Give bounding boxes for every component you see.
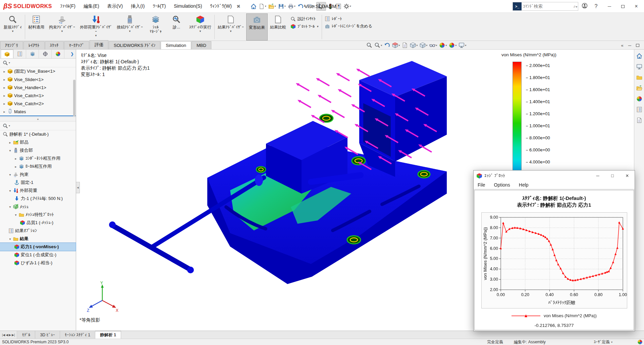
connections-advisor-button[interactable]: 接続ｱﾄﾞﾊﾞｲｻﾞｰ▼	[114, 13, 145, 41]
flyout-expand-arrow[interactable]: ❯	[70, 52, 76, 56]
panel-collapse-handle[interactable]: ◄	[76, 182, 80, 193]
compare-results-button[interactable]: 結果比較	[268, 13, 288, 41]
study-item-external-loads[interactable]: ▾ 外部荷重	[0, 187, 76, 195]
restore-button[interactable]	[618, 4, 628, 9]
tab-sketch[interactable]: ｽｹｯﾁ	[45, 41, 64, 49]
command-search-box[interactable]: >_ ⌕▾	[513, 2, 578, 11]
taskpane-custom-properties-tab[interactable]	[636, 117, 642, 125]
study-item-mesh[interactable]: ▾ ﾒｯｼｭ	[0, 203, 76, 211]
design-insight-button[interactable]: 設計ｲﾝｻｲﾄ	[290, 16, 319, 22]
display-style-button[interactable]: ▾	[420, 42, 427, 48]
zoom-fit-button[interactable]	[366, 42, 372, 48]
study-item-force-1[interactable]: 力-1 (:ｱｲﾃﾑ毎: 500 N:)	[0, 195, 76, 203]
document-minimize-button[interactable]: ─	[628, 43, 631, 48]
save-button[interactable]: ▾	[277, 2, 286, 10]
user-account-button[interactable]	[582, 3, 588, 10]
collapse-arrow-icon[interactable]: ▾	[8, 189, 12, 193]
collapse-arrow-icon[interactable]: ▾	[8, 173, 12, 177]
study-item-fixtures[interactable]: ▾ 拘束	[0, 170, 76, 179]
results-advisor-button[interactable]: 結果ｱﾄﾞﾊﾞｲｻﾞｰ▼	[215, 13, 246, 41]
expand-arrow-icon[interactable]: ▸	[3, 102, 6, 106]
tab-simulation[interactable]: Simulation	[161, 41, 191, 49]
zoom-area-button[interactable]: ▾	[374, 42, 382, 48]
taskpane-file-explorer-tab[interactable]	[636, 85, 642, 92]
expand-arrow-icon[interactable]: ▸	[3, 86, 6, 89]
hide-show-items-button[interactable]: ▾	[429, 42, 437, 48]
study-item-local-interaction[interactable]: ▸ ﾛｰｶﾙ相互作用	[0, 162, 76, 170]
first-tab-button[interactable]: |◀	[2, 333, 5, 337]
minimize-button[interactable]: ─	[604, 4, 614, 9]
document-restore-button[interactable]	[636, 43, 639, 48]
command-search-input[interactable]	[522, 4, 574, 9]
expand-arrow-icon[interactable]: ▸	[3, 70, 6, 73]
taskpane-home-tab[interactable]	[636, 53, 642, 60]
study-tree-filter[interactable]: ▾	[0, 122, 76, 130]
study-item-static-analysis[interactable]: 静解析 1* (-Default-)	[0, 130, 76, 138]
taskpane-appearances-tab[interactable]	[636, 96, 642, 103]
redo-button[interactable]: ▾	[307, 2, 316, 10]
help-button[interactable]: ?	[591, 3, 601, 9]
tree-item-vise-catch-2[interactable]: ▸ Vise_Catch<2>	[0, 99, 76, 108]
study-item-displacement-1[interactable]: 変位1 (-合成変位-)	[0, 251, 76, 259]
section-view-button[interactable]: ▾	[392, 42, 400, 48]
expand-arrow-icon[interactable]: ▸	[8, 141, 12, 144]
tab-assembly[interactable]: ｱｾﾝﾌﾞﾘ	[0, 41, 23, 49]
doc-tab-motion-study-1[interactable]: ﾓｰｼｮﾝ ｽﾀﾃﾞｨ 1	[60, 331, 95, 339]
edge-plot-window[interactable]: ｴｯｼﾞ ﾌﾟﾛｯﾄ ─ □ × File Options Help ｽﾀﾃﾞｨ…	[473, 170, 635, 331]
collapse-arrow-icon[interactable]: ▾	[8, 205, 12, 209]
tree-item-vise-slider[interactable]: ▸ Vise_Slider<1>	[0, 75, 76, 83]
deformed-result-button[interactable]: 変形結果	[246, 13, 268, 41]
taskpane-view-palette-tab[interactable]	[636, 107, 642, 114]
annotation-views-button[interactable]	[402, 42, 408, 48]
study-item-fixed-1[interactable]: 固定-1	[0, 179, 76, 187]
units-selector[interactable]: ﾕｰｻﾞ定義▾	[594, 339, 612, 345]
study-item-stress-1[interactable]: 応力1 (-vonMises-)	[0, 243, 76, 251]
edge-plot-maximize-button[interactable]: □	[605, 170, 620, 181]
study-item-quality-1[interactable]: 品質1 (-ﾒｯｼｭ-)	[0, 219, 76, 227]
study-item-result-options[interactable]: 結果ｵﾌﾟｼｮﾝ	[0, 227, 76, 235]
menu-simulation[interactable]: Simulation(S)	[170, 2, 205, 11]
display-manager-tab[interactable]	[52, 50, 64, 58]
next-tab-button[interactable]: ▶	[9, 333, 11, 337]
featuremanager-tree-tab[interactable]	[1, 50, 13, 58]
doc-tab-3d-views[interactable]: 3D ﾋﾞｭｰ	[35, 331, 60, 339]
tab-mbd[interactable]: MBD	[192, 41, 211, 49]
study-item-connections[interactable]: ▾ 接合部	[0, 146, 76, 154]
include-image-in-report-button[interactable]: ﾚﾎﾟｰﾄにｲﾒｰｼﾞを含める	[325, 23, 372, 29]
dimxpert-manager-tab[interactable]	[39, 50, 52, 58]
edge-plot-close-button[interactable]: ×	[620, 170, 635, 181]
rebuild-button[interactable]	[327, 2, 334, 10]
tab-evaluate[interactable]: 評価	[90, 40, 108, 49]
menu-view[interactable]: 表示(V)	[104, 2, 126, 11]
new-document-button[interactable]: ▾	[258, 2, 267, 10]
configuration-manager-tab[interactable]	[26, 50, 39, 58]
view-orientation-button[interactable]: ▾	[410, 42, 418, 48]
fixtures-advisor-button[interactable]: 拘束ｱﾄﾞﾊﾞｲｻﾞｰ▼	[47, 13, 77, 41]
doc-tab-model[interactable]: ﾓﾃﾞﾙ	[17, 331, 35, 339]
home-button[interactable]	[250, 2, 257, 10]
plot-tools-button[interactable]: ﾌﾟﾛｯﾄ ﾂｰﾙ▼	[290, 24, 319, 29]
close-button[interactable]: ×	[631, 3, 641, 9]
tab-layout[interactable]: ﾚｲｱｳﾄ	[23, 41, 45, 49]
study-item-parts[interactable]: ▸ 部品	[0, 138, 76, 146]
expand-arrow-icon[interactable]: ▸	[3, 78, 6, 81]
undo-button[interactable]: ▾	[297, 2, 306, 10]
doc-tab-static-1[interactable]: 静解析 1	[95, 331, 121, 339]
options-button[interactable]: ▾	[343, 2, 352, 10]
tab-solidworks-addins[interactable]: SOLIDWORKS ｱﾄﾞｲﾝ	[109, 41, 160, 49]
report-button[interactable]: ﾚﾎﾟｰﾄ	[325, 16, 372, 21]
panel-splitter[interactable]: ●	[0, 117, 76, 122]
prev-tab-button[interactable]: ◀	[6, 333, 8, 337]
study-item-component-interaction[interactable]: ▸ ｺﾝﾎﾟｰﾈﾝﾄ相互作用	[0, 154, 76, 162]
study-item-results[interactable]: ▾ 結果	[0, 235, 76, 243]
tree-item-vise-handle[interactable]: ▸ Vise_Handle<1>	[0, 83, 76, 91]
edge-plot-menu-options[interactable]: Options	[494, 182, 510, 188]
menu-file[interactable]: ﾌｧｲﾙ(F)	[57, 2, 79, 11]
search-icon[interactable]: ⌕▾	[574, 4, 578, 9]
edge-plot-title-bar[interactable]: ｴｯｼﾞ ﾌﾟﾛｯﾄ ─ □ ×	[474, 170, 635, 181]
property-manager-tab[interactable]	[13, 50, 26, 58]
study-item-mesh-plot[interactable]: ▾ ﾒｯｼｭ特性ﾌﾟﾛｯﾄ	[0, 211, 76, 219]
edge-plot-menu-file[interactable]: File	[478, 182, 485, 188]
run-study-button[interactable]: ｽﾀﾃﾞｨの実行▼	[187, 13, 214, 41]
diagnostics-button[interactable]: 診...	[166, 13, 187, 41]
